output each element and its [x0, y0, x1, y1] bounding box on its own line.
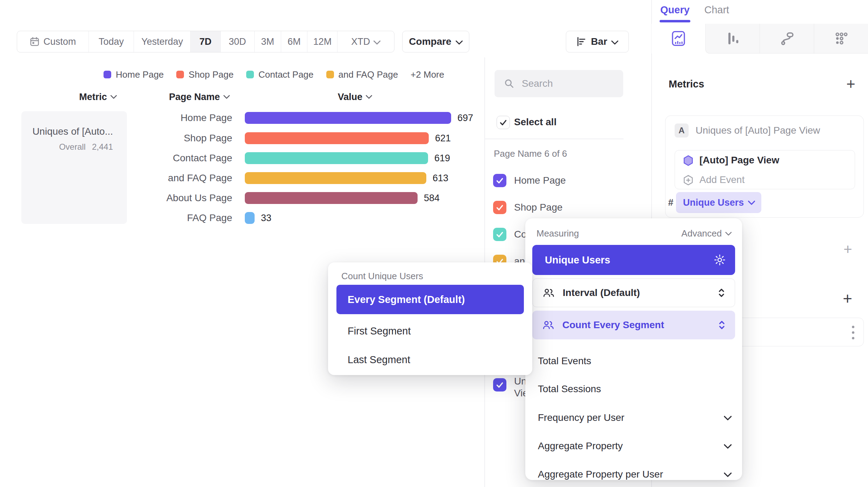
count-prefix: #: [666, 192, 676, 213]
segment-group-label: Page Name 6 of 6: [494, 148, 567, 159]
add-event-label[interactable]: Add Event: [699, 170, 745, 190]
date-range-3m[interactable]: 3M: [255, 31, 281, 52]
bar-contact-page[interactable]: [245, 152, 428, 164]
chart-type-button[interactable]: Bar: [566, 31, 629, 52]
measuring-option-frequency-per-user[interactable]: Frequency per User: [538, 411, 624, 425]
chart-legend: Home Page Shop Page Contact Page and FAQ…: [104, 68, 444, 81]
checkbox-uniques-metric[interactable]: [493, 378, 506, 391]
legend-label: Contact Page: [258, 69, 314, 80]
flows-icon: [780, 31, 794, 46]
event-hexagon-icon: [683, 155, 694, 168]
insights-icon: [671, 30, 686, 47]
selected-option-label: Unique Users: [545, 254, 610, 266]
checkbox-contact-page[interactable]: [493, 228, 506, 241]
column-header-page-name[interactable]: Page Name: [164, 91, 234, 103]
select-all-checkbox[interactable]: [497, 116, 510, 129]
segment-label: Shop Page: [105, 131, 232, 145]
measuring-option-total-sessions[interactable]: Total Sessions: [538, 382, 601, 396]
date-range-control: Custom Today Yesterday 7D 30D 3M 6M 12M …: [17, 31, 394, 52]
chevron-down-icon: [725, 232, 732, 236]
date-range-30d[interactable]: 30D: [221, 31, 255, 52]
column-header-value[interactable]: Value: [320, 91, 390, 103]
bar-value: 621: [435, 131, 451, 145]
chevron-down-icon: [373, 36, 380, 47]
add-filter-button[interactable]: +: [844, 242, 852, 257]
count-option-last-segment[interactable]: Last Segment: [348, 351, 410, 368]
legend-item[interactable]: Shop Page: [176, 69, 234, 80]
legend-item[interactable]: Home Page: [104, 69, 164, 80]
chevron-down-icon: [456, 36, 463, 47]
event-name[interactable]: [Auto] Page View: [699, 150, 779, 170]
users-icon: [542, 288, 555, 298]
bar-about-us-page[interactable]: [245, 192, 418, 204]
date-range-xtd[interactable]: XTD: [337, 31, 394, 52]
measuring-option-unique-users[interactable]: Unique Users: [532, 245, 735, 275]
compare-button[interactable]: Compare: [402, 31, 469, 52]
legend-swatch: [326, 71, 334, 78]
date-range-6m[interactable]: 6M: [281, 31, 308, 52]
segment-label: and FAQ Page: [105, 171, 232, 185]
legend-label: and FAQ Page: [339, 69, 398, 80]
measuring-option-aggregate-property-per-user[interactable]: Aggregate Property per User: [538, 467, 663, 481]
bar-faq-page[interactable]: [245, 212, 255, 224]
count-option-every-segment[interactable]: Every Segment (Default): [336, 285, 524, 314]
legend-more[interactable]: +2 More: [411, 69, 444, 80]
check-icon: [499, 118, 508, 127]
stepper-icon[interactable]: [717, 288, 726, 298]
metric-summary-card[interactable]: Uniques of [Auto... Overall 2,441: [21, 111, 127, 224]
tab-funnels[interactable]: [705, 24, 760, 54]
chevron-down-icon[interactable]: [724, 472, 732, 479]
chevron-down-icon[interactable]: [724, 444, 732, 450]
stepper-icon[interactable]: [718, 320, 726, 330]
tab-insights[interactable]: [652, 24, 705, 54]
active-tab-underline: [660, 20, 690, 22]
bar-home-page[interactable]: [245, 112, 451, 124]
date-range-custom[interactable]: Custom: [17, 31, 89, 52]
legend-item[interactable]: and FAQ Page: [326, 69, 398, 80]
segment-item-label[interactable]: Shop Page: [514, 201, 563, 214]
more-options-icon[interactable]: [852, 326, 854, 339]
select-all-label[interactable]: Select all: [514, 115, 556, 129]
search-placeholder: Search: [522, 78, 553, 89]
measuring-option-total-events[interactable]: Total Events: [538, 354, 591, 368]
gear-icon[interactable]: [713, 254, 726, 266]
metric-title[interactable]: Uniques of [Auto] Page View: [696, 123, 820, 137]
bar-shop-page[interactable]: [245, 132, 429, 144]
column-header-metric[interactable]: Metric: [63, 91, 133, 103]
bar-value: 613: [433, 171, 448, 185]
date-range-label: XTD: [351, 36, 370, 47]
bar-and-faq-page[interactable]: [245, 172, 426, 184]
chart-row: Contact Page 619: [0, 151, 484, 165]
measuring-title: Measuring: [536, 228, 579, 239]
tab-query[interactable]: Query: [660, 4, 690, 16]
segment-item-label[interactable]: Home Page: [514, 174, 566, 187]
tab-retention[interactable]: [814, 24, 868, 54]
stepper-row-interval[interactable]: Interval (Default): [532, 278, 735, 307]
chevron-down-icon: [611, 36, 618, 47]
add-breakdown-button[interactable]: +: [843, 290, 852, 306]
count-option-first-segment[interactable]: First Segment: [348, 323, 411, 339]
add-metric-button[interactable]: +: [846, 76, 855, 92]
measuring-option-aggregate-property[interactable]: Aggregate Property: [538, 439, 623, 453]
date-range-yesterday[interactable]: Yesterday: [134, 31, 191, 52]
stepper-row-count-every-segment[interactable]: Count Every Segment: [532, 311, 735, 339]
checkbox-shop-page[interactable]: [493, 201, 506, 214]
date-range-today[interactable]: Today: [89, 31, 134, 52]
tab-flows[interactable]: [760, 24, 814, 54]
chevron-down-icon[interactable]: [724, 416, 732, 422]
chart-row: Shop Page 621: [0, 131, 484, 145]
advanced-toggle[interactable]: Advanced: [681, 228, 732, 239]
date-range-12m[interactable]: 12M: [307, 31, 337, 52]
search-icon: [504, 78, 515, 89]
bar-value: 33: [261, 211, 271, 225]
search-input[interactable]: Search: [495, 70, 623, 97]
add-event-icon: [682, 174, 694, 188]
count-type-chip[interactable]: Unique Users: [676, 192, 761, 213]
insights-report-page: Custom Today Yesterday 7D 30D 3M 6M 12M …: [0, 0, 868, 487]
date-range-7d[interactable]: 7D: [191, 31, 221, 52]
column-header-label: Page Name: [169, 92, 220, 103]
checkbox-home-page[interactable]: [493, 174, 506, 187]
advanced-label: Advanced: [681, 228, 722, 239]
legend-item[interactable]: Contact Page: [246, 69, 314, 80]
tab-chart[interactable]: Chart: [704, 4, 729, 16]
